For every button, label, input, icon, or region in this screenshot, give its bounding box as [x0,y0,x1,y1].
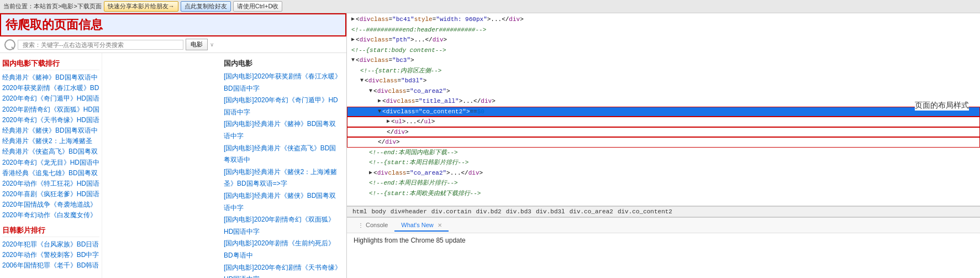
sidebar-link[interactable]: 2020年动作《警校刺客》BD中字 [2,250,99,260]
element-line[interactable]: ▶ <div class="title_all">...</div> [347,96,980,107]
breadcrumb-item[interactable]: div.bd3 [505,208,533,216]
sidebar-link[interactable]: 2020年奇幻《龙无目》HD国语中 [2,158,99,168]
sidebar-section1-title: 国内电影下载排行 [2,59,99,70]
movie-list: 国内电影 [国内电影]2020年获奖剧情《春江水暖》BD国语中字[国内电影]20… [219,53,346,278]
breadcrumb-item[interactable]: html [351,208,368,216]
sidebar-link[interactable]: 香港经典《追鬼七雄》BD国粤双 [2,168,99,179]
element-line[interactable]: <!--{start:本周日韩影片排行--> [347,158,980,168]
breadcrumb-item[interactable]: div#header [389,208,428,216]
movie-link[interactable]: [国内电影]2020年奇幻《奇门遁甲》HD国语中字 [224,95,342,118]
movie-link[interactable]: [国内电影]经典港片《赌侠2：上海滩赌圣》BD国粤双语=>字 [224,166,342,190]
tab-close-icon[interactable]: ✕ [438,222,442,228]
movie-link[interactable]: [国内电影]2020年剧情《生前约死后》BD粤语中 [224,238,342,261]
panel-content: Highlights from the Chrome 85 update [347,233,980,278]
element-line[interactable]: <!--##########end:header##########--> [347,25,980,35]
element-line[interactable]: ▶ <div class="bc41" style="width: 960px"… [347,14,980,25]
element-line[interactable]: ▼ <div class="co_area2"> [347,86,980,97]
sidebar-link[interactable]: 2020年剧情奇幻《双面狐》HD国 [2,104,99,115]
element-line[interactable]: ▶ <div class="co_area2">...</div> [347,168,980,179]
sidebar-link[interactable]: 经典港片《赌侠2：上海滩赌圣 [2,136,99,146]
elements-panel: ▶ <div class="bc41" style="width: 960px"… [347,13,980,206]
movie-section-title: 国内电影 [224,59,342,69]
sidebar-links-2: 2020年犯罪《台风家族》BD日语2020年动作《警校刺客》BD中字2006年国… [2,239,99,271]
search-bar: 电影 ∨ [0,36,346,53]
search-icon [4,39,15,50]
tabs-bar: ⋮Console What's New ✕ [347,218,980,233]
element-line[interactable]: ▶ <div class="pth">...</div> [347,35,980,45]
sidebar-link[interactable]: 2020年犯罪《台风家族》BD日语 [2,239,99,250]
tab-console[interactable]: ⋮Console [351,219,394,232]
sidebar-list: 国内电影下载排行 经典港片《赌神》BD国粤双语中2020年获奖剧情《春江水暖》B… [0,53,102,278]
breadcrumb-item[interactable]: div.co_content2 [617,208,673,216]
top-bar: 当前位置：本站首页>电影>下载页面 快速分享本影片给朋友→ 点此复制给好友 请使… [0,0,980,13]
sidebar-links-1: 经典港片《赌神》BD国粤双语中2020年获奖剧情《春江水暖》BD2020年奇幻《… [2,72,99,221]
breadcrumb: 当前位置：本站首页>电影>下载页面 [3,2,102,11]
share-button[interactable]: 快速分享本影片给朋友→ [104,1,178,12]
movie-link[interactable]: [国内电影]2020年奇幻剧情《天书奇缘》HD国语中字 [224,262,342,279]
element-line[interactable]: ▶ <ul>...</ul> [347,117,980,127]
movie-links: [国内电影]2020年获奖剧情《春江水暖》BD国语中字[国内电影]2020年奇幻… [224,71,342,278]
breadcrumb-item[interactable]: div.bd3l [535,208,566,216]
copy-button[interactable]: 点此复制给好友 [181,1,231,12]
page-title-area: 待爬取的页面信息 [0,13,346,36]
left-panel: 待爬取的页面信息 电影 ∨ 国内电影下载排行 经典港片《赌神》BD国粤双语中20… [0,13,347,278]
element-line[interactable]: </div> [347,137,980,148]
element-line[interactable]: <!--{start:body content--> [347,45,980,56]
tab-dot-console: ⋮ [358,222,363,228]
movie-link[interactable]: [国内电影]2020年剧情奇幻《双面狐》HD国语中字 [224,214,342,238]
sidebar-link[interactable]: 2020年奇幻动作《白发魔女传》 [2,210,99,221]
breadcrumb-item[interactable]: div.cortain [430,208,473,216]
element-line[interactable]: <!--end:本周日韩影片排行--> [347,178,980,188]
search-category-button[interactable]: 电影 [186,39,208,50]
breadcrumb-item[interactable]: div.co_area2 [568,208,614,216]
search-input[interactable] [18,40,183,50]
element-line[interactable]: ▼ <div class="co_content2"> == $0 [347,107,980,117]
element-line[interactable]: ▼ <div class="bd3l"> [347,76,980,86]
breadcrumb-bar: html body div#header div.cortain div.bd2… [347,206,980,217]
sidebar-link[interactable]: 2020年喜剧《疯狂老爹》HD国语 [2,189,99,200]
sidebar-link[interactable]: 2020年动作《特工狂花》HD国语 [2,179,99,189]
movie-link[interactable]: [国内电影]经典港片《赌神》BD国粤双语中字 [224,118,342,142]
tab-whats-new[interactable]: What's New ✕ [394,219,448,232]
sidebar-link[interactable]: 经典港片《赌神》BD国粤双语中 [2,72,99,83]
sidebar-link[interactable]: 2020年奇幻《天书奇缘》HD国语 [2,115,99,125]
sidebar-link[interactable]: 2020年国情战争《奇袭地道战》 [2,200,99,210]
movie-link[interactable]: [国内电影]经典港片《赌侠》BD国粤双语中字 [224,190,342,214]
layout-annotation: 页面的布局样式 [915,101,969,111]
search-arrow-icon: ∨ [210,41,214,48]
sidebar-section2-title: 日韩影片排行 [2,225,99,237]
breadcrumb-item[interactable]: body [370,208,387,216]
element-line[interactable]: <!--{start:内容区左侧--> [347,66,980,76]
element-line[interactable]: <!--{start:本周欧美由鱿下载排行--> [347,188,980,199]
element-line[interactable]: <!--end:本周国内电影下载--> [347,148,980,158]
left-inner: 国内电影下载排行 经典港片《赌神》BD国粤双语中2020年获奖剧情《春江水暖》B… [0,53,346,278]
sidebar-link[interactable]: 2006年国情犯罪《老千》BD韩语 [2,260,99,271]
breadcrumb-item[interactable]: div.bd2 [475,208,502,216]
ctrl-button[interactable]: 请使用Ctrl+D收 [233,1,282,12]
element-line[interactable]: ▼ <div class="bc3"> [347,55,980,66]
devtools-panel: ▶ <div class="bc41" style="width: 960px"… [347,13,980,278]
element-line[interactable]: </div> [347,127,980,138]
elements-content[interactable]: ▶ <div class="bc41" style="width: 960px"… [347,13,980,206]
bottom-panel: ⋮Console What's New ✕ Highlights from th… [347,217,980,278]
sidebar-link[interactable]: 2020年获奖剧情《春江水暖》BD [2,83,99,93]
devtools-elements-container: ▶ <div class="bc41" style="width: 960px"… [347,13,980,217]
sidebar-link[interactable]: 经典港片《侠盗高飞》BD国粤双 [2,146,99,157]
movie-link[interactable]: [国内电影]经典港片《侠盗高飞》BD国粤双语中 [224,143,342,166]
main-content: 待爬取的页面信息 电影 ∨ 国内电影下载排行 经典港片《赌神》BD国粤双语中20… [0,13,980,278]
movie-link[interactable]: [国内电影]2020年获奖剧情《春江水暖》BD国语中字 [224,71,342,95]
sidebar-link[interactable]: 2020年奇幻《奇门遁甲》HD国语 [2,93,99,104]
sidebar-link[interactable]: 经典港片《赌侠》BD国粤双语中 [2,125,99,136]
page-title: 待爬取的页面信息 [6,18,103,32]
